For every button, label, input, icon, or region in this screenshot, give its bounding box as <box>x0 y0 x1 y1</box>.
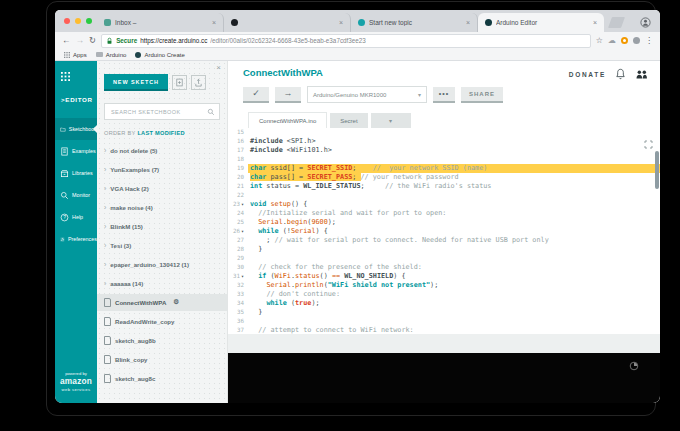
code-line[interactable]: 36 <box>228 317 660 326</box>
code-line[interactable]: 19char ssid[] = SECRET_SSID; // your net… <box>228 164 660 173</box>
code-line[interactable]: 26▾ while (!Serial) { <box>228 227 660 236</box>
fold-arrow-icon[interactable]: ▾ <box>241 273 244 279</box>
bookmark-arduino-folder[interactable]: Arduino <box>96 52 127 58</box>
order-by[interactable]: ORDER BY LAST MODIFIED <box>104 130 220 136</box>
code-line[interactable]: 30 // check for the presence of the shie… <box>228 263 660 272</box>
code-token <box>250 227 258 235</box>
code-line[interactable]: 24 //Initialize serial and wait for port… <box>228 209 660 218</box>
browser-tab-github[interactable]: × <box>224 13 351 32</box>
sketch-folder-item[interactable]: ›do not delete (5) <box>104 141 220 160</box>
back-icon[interactable]: ← <box>62 36 71 45</box>
profile-people-icon[interactable] <box>635 69 648 80</box>
sketch-file-item[interactable]: Blink_copy <box>104 350 220 369</box>
code-line[interactable]: 21int status = WL_IDLE_STATUS; // the Wi… <box>228 182 660 191</box>
code-line[interactable]: 20char pass[] = SECRET_PASS; // your net… <box>228 173 660 182</box>
code-line[interactable]: 22 <box>228 191 660 200</box>
browser-tab-inbox[interactable]: Inbox – × <box>97 13 224 32</box>
code-line[interactable]: 35 } <box>228 308 660 317</box>
apps-menu-icon[interactable] <box>61 67 97 85</box>
verify-button[interactable]: ✓ <box>243 87 269 103</box>
code-line[interactable]: 32 Serial.println("WiFi shield not prese… <box>228 281 660 290</box>
sidebar-item-sketchbook[interactable]: Sketchbook <box>55 118 97 140</box>
zoom-window-button[interactable] <box>86 18 92 24</box>
sketch-folder-item[interactable]: ›VGA Hack (2) <box>104 179 220 198</box>
tab-close-icon[interactable]: × <box>466 19 470 26</box>
gear-icon[interactable]: ⚙ <box>173 299 179 306</box>
file-tabs-dropdown[interactable]: ▾ <box>371 113 411 128</box>
extension-gray-icon[interactable] <box>633 37 640 44</box>
sketch-item-selected[interactable]: ConnectWithWPA ⚙ <box>97 294 227 311</box>
upload-sketch-button[interactable] <box>191 75 206 90</box>
code-line[interactable]: 18 <box>228 155 660 164</box>
address-bar[interactable]: Secure https://create.arduino.cc /editor… <box>101 34 591 48</box>
sidebar-item-monitor[interactable]: Monitor <box>55 184 97 206</box>
sidebar-item-examples[interactable]: Examples <box>55 140 97 162</box>
code-line[interactable]: 25 Serial.begin(9600); <box>228 218 660 227</box>
sidebar-item-libraries[interactable]: Libraries <box>55 162 97 184</box>
fold-arrow-icon[interactable]: ▾ <box>241 201 244 207</box>
search-input[interactable] <box>109 108 205 116</box>
sketch-folder-item[interactable]: ›Tesi (3) <box>104 236 220 255</box>
forward-icon[interactable]: → <box>76 36 85 45</box>
code-line[interactable]: 34 while (true); <box>228 299 660 308</box>
fold-arrow-icon[interactable]: ▾ <box>241 228 244 234</box>
browser-menu-icon[interactable]: ⋮ <box>645 37 653 45</box>
tab-close-icon[interactable]: × <box>212 19 216 26</box>
code-scrollbar[interactable] <box>655 151 659 189</box>
browser-tab-forum[interactable]: Start new topic × <box>351 13 478 32</box>
minimize-window-button[interactable] <box>75 18 81 24</box>
sketch-file-item[interactable]: sketch_aug8c <box>104 369 220 388</box>
import-sketch-button[interactable] <box>172 75 187 90</box>
share-button[interactable]: SHARE <box>461 87 503 103</box>
panel-close-icon[interactable]: × <box>216 64 221 72</box>
code-token: int <box>250 182 262 190</box>
sketch-folder-item[interactable]: ›YunExamples (7) <box>104 160 220 179</box>
code-editor[interactable]: 1516#include <SPI.h>17#include <WiFi101.… <box>228 128 660 334</box>
browser-profile-icon[interactable] <box>640 14 651 32</box>
upload-button[interactable]: → <box>275 87 301 103</box>
code-line[interactable]: 17#include <WiFi101.h> <box>228 146 660 155</box>
code-token: WL_IDLE_STATUS <box>303 182 360 190</box>
fullscreen-expand-icon[interactable] <box>644 135 653 153</box>
browser-tab-arduino-editor[interactable]: Arduino Editor × <box>478 13 604 32</box>
new-tab-button[interactable] <box>608 17 625 28</box>
sketch-title: ConnectWithWPA <box>243 67 323 78</box>
more-options-button[interactable]: ••• <box>433 87 455 103</box>
code-line[interactable]: 31▾ if (WiFi.status() == WL_NO_SHIELD) { <box>228 272 660 281</box>
code-line[interactable]: 29 <box>228 254 660 263</box>
code-line[interactable]: 16#include <SPI.h> <box>228 137 660 146</box>
sketch-file-item[interactable]: ReadAndWrite_copy <box>104 312 220 331</box>
reload-icon[interactable]: ↻ <box>89 36 96 45</box>
sketch-folder-label: Tesi (3) <box>110 242 131 249</box>
file-tab-ino[interactable]: ConnectWithWPA.ino <box>248 112 327 128</box>
code-line[interactable]: 27 ; // wait for serial port to connect.… <box>228 236 660 245</box>
sidebar-item-help[interactable]: ? Help <box>55 206 97 228</box>
sketch-folder-item[interactable]: ›BlinkM (15) <box>104 217 220 236</box>
donate-link[interactable]: DONATE <box>569 71 606 78</box>
sidebar-item-preferences[interactable]: Preferences <box>55 228 97 250</box>
order-by-value[interactable]: LAST MODIFIED <box>137 130 184 136</box>
new-sketch-button[interactable]: NEW SKETCH <box>104 74 168 91</box>
tab-close-icon[interactable]: × <box>339 19 343 26</box>
bookmark-arduino-create[interactable]: Arduino Create <box>135 52 184 58</box>
bookmarks-bar: Apps Arduino Arduino Create <box>55 49 660 61</box>
tab-close-icon[interactable]: × <box>593 19 597 26</box>
bookmark-apps[interactable]: Apps <box>64 52 87 58</box>
sketch-folder-item[interactable]: ›epaper_arduino_130412 (1) <box>104 255 220 274</box>
code-line[interactable]: 37 // attempt to connect to WiFi network… <box>228 326 660 334</box>
bookmark-star-icon[interactable]: ☆ <box>596 37 603 45</box>
code-line[interactable]: 28 } <box>228 245 660 254</box>
close-window-button[interactable] <box>64 18 70 24</box>
extension-cloud-icon[interactable]: ☁ <box>608 37 616 45</box>
file-tab-secret[interactable]: Secret <box>330 113 367 128</box>
board-selector[interactable]: Arduino/Genuino MKR1000 ▾ <box>307 86 427 103</box>
sketch-file-item[interactable]: sketch_aug8b <box>104 331 220 350</box>
code-line[interactable]: 15 <box>228 128 660 137</box>
code-line[interactable]: 33 // don't continue: <box>228 290 660 299</box>
code-line[interactable]: 23▾void setup() { <box>228 200 660 209</box>
extension-orange-icon[interactable] <box>621 37 628 44</box>
notifications-bell-icon[interactable] <box>615 68 626 80</box>
sketch-folder-item[interactable]: ›make noise (4) <box>104 198 220 217</box>
sketch-folder-item[interactable]: ›aaaaaa (14) <box>104 274 220 293</box>
console-clock-icon[interactable] <box>629 357 639 375</box>
